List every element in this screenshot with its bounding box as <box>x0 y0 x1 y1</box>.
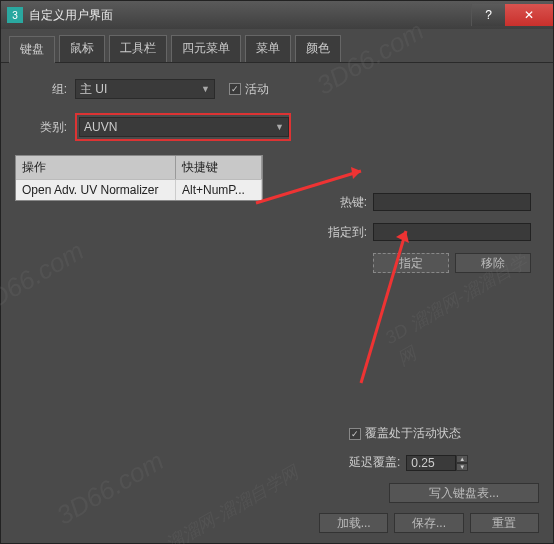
tab-menu[interactable]: 菜单 <box>245 35 291 62</box>
delay-cover-value: 0.25 <box>406 455 456 471</box>
hotkey-input[interactable] <box>373 193 531 211</box>
assign-button[interactable]: 指定 <box>373 253 449 273</box>
remove-button[interactable]: 移除 <box>455 253 531 273</box>
watermark: 3D 溜溜网-溜溜自学网 <box>137 460 303 544</box>
category-value: AUVN <box>84 120 117 134</box>
tab-quadmenu[interactable]: 四元菜单 <box>171 35 241 62</box>
hotkey-label: 热键: <box>321 194 367 211</box>
content-area: 组: 主 UI ▼ ✓ 活动 类别: AUVN ▼ 操作 快捷键 <box>1 63 553 544</box>
th-operation[interactable]: 操作 <box>16 156 176 179</box>
category-label: 类别: <box>35 119 67 136</box>
tab-mouse[interactable]: 鼠标 <box>59 35 105 62</box>
write-table-button[interactable]: 写入键盘表... <box>389 483 539 503</box>
bottom-panel: ✓ 覆盖处于活动状态 延迟覆盖: 0.25 ▲ ▼ 写入键盘表... 加载...… <box>319 425 539 533</box>
watermark: 3D66.com <box>0 235 89 321</box>
save-button[interactable]: 保存... <box>394 513 463 533</box>
dropdown-arrow-icon: ▼ <box>201 84 210 94</box>
group-select[interactable]: 主 UI ▼ <box>75 79 215 99</box>
tab-color[interactable]: 颜色 <box>295 35 341 62</box>
assign-to-input[interactable] <box>373 223 531 241</box>
tab-bar: 键盘 鼠标 工具栏 四元菜单 菜单 颜色 <box>1 29 553 63</box>
category-select[interactable]: AUVN ▼ <box>79 117 289 137</box>
close-button[interactable]: ✕ <box>505 4 553 26</box>
delay-cover-label: 延迟覆盖: <box>349 454 400 471</box>
window-title: 自定义用户界面 <box>29 7 471 24</box>
svg-marker-1 <box>351 167 361 179</box>
dropdown-arrow-icon: ▼ <box>275 122 284 132</box>
category-highlight: AUVN ▼ <box>75 113 291 141</box>
reset-button[interactable]: 重置 <box>470 513 539 533</box>
td-hotkey: Alt+NumP... <box>176 180 262 200</box>
tab-keyboard[interactable]: 键盘 <box>9 36 55 63</box>
checkbox-icon: ✓ <box>229 83 241 95</box>
assign-to-label: 指定到: <box>321 224 367 241</box>
app-icon: 3 <box>7 7 23 23</box>
watermark: 3D66.com <box>51 445 169 531</box>
right-panel: 热键: 指定到: 指定 移除 <box>321 193 531 273</box>
load-button[interactable]: 加载... <box>319 513 388 533</box>
table-row[interactable]: Open Adv. UV Normalizer Alt+NumP... <box>16 179 262 200</box>
group-label: 组: <box>35 81 67 98</box>
spinner-up-icon[interactable]: ▲ <box>456 455 468 463</box>
cover-active-checkbox[interactable]: ✓ 覆盖处于活动状态 <box>349 425 461 442</box>
th-hotkey[interactable]: 快捷键 <box>176 156 262 179</box>
tab-toolbar[interactable]: 工具栏 <box>109 35 167 62</box>
table-header: 操作 快捷键 <box>16 156 262 179</box>
dialog-window: 3 自定义用户界面 ? ✕ 键盘 鼠标 工具栏 四元菜单 菜单 颜色 组: 主 … <box>0 0 554 544</box>
spinner-down-icon[interactable]: ▼ <box>456 463 468 471</box>
active-checkbox[interactable]: ✓ 活动 <box>229 81 269 98</box>
checkbox-icon: ✓ <box>349 428 361 440</box>
titlebar: 3 自定义用户界面 ? ✕ <box>1 1 553 29</box>
delay-cover-spinner[interactable]: 0.25 ▲ ▼ <box>406 455 468 471</box>
td-operation: Open Adv. UV Normalizer <box>16 180 176 200</box>
action-table: 操作 快捷键 Open Adv. UV Normalizer Alt+NumP.… <box>15 155 263 201</box>
active-checkbox-label: 活动 <box>245 81 269 98</box>
help-button[interactable]: ? <box>471 4 505 26</box>
cover-active-label: 覆盖处于活动状态 <box>365 425 461 442</box>
group-value: 主 UI <box>80 81 107 98</box>
